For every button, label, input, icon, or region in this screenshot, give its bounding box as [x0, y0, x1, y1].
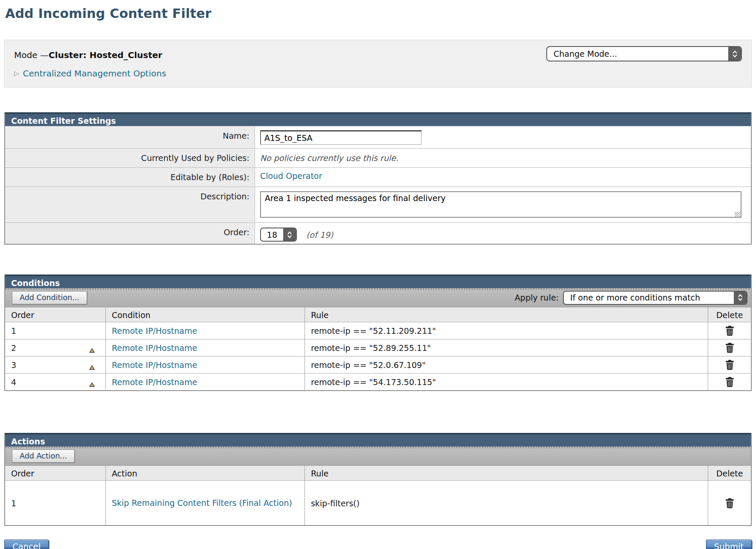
condition-order: 1 [11, 326, 16, 336]
conditions-section: Conditions Add Condition... Apply rule: … [4, 274, 752, 391]
trash-icon [725, 377, 735, 388]
action-rule: skip-filters() [305, 481, 709, 525]
condition-rule: remote-ip == "54.173.50.115" [305, 374, 709, 390]
description-textarea[interactable]: Area 1 inspected messages for final deli… [260, 191, 741, 218]
delete-condition-button[interactable] [725, 342, 735, 353]
col-delete: Delete [708, 466, 751, 480]
disclosure-triangle-icon[interactable]: ▷ [14, 70, 19, 77]
change-mode-select[interactable]: Change Mode... [546, 46, 742, 61]
submit-button[interactable]: Submit [706, 540, 752, 549]
description-label: Description: [5, 187, 255, 222]
col-condition: Condition [106, 307, 305, 322]
delete-condition-button[interactable] [725, 325, 735, 336]
trash-icon [725, 325, 735, 336]
centralized-management-options-link[interactable]: Centralized Management Options [23, 68, 167, 79]
mode-panel: Mode —Cluster: Hosted_Cluster Change Mod… [4, 40, 752, 88]
actions-section-header: Actions [5, 433, 751, 447]
condition-order: 2 [11, 343, 16, 353]
action-link[interactable]: Skip Remaining Content Filters (Final Ac… [112, 498, 292, 509]
delete-condition-button[interactable] [725, 359, 735, 371]
apply-rule-label: Apply rule: [515, 293, 559, 302]
trash-icon [725, 342, 735, 353]
name-label: Name: [5, 126, 255, 148]
move-up-icon[interactable] [89, 380, 95, 385]
col-order: Order [5, 466, 106, 480]
action-row: 1 Skip Remaining Content Filters (Final … [5, 480, 751, 525]
mode-label: Mode — [14, 50, 49, 60]
col-delete: Delete [708, 307, 751, 322]
select-stepper-icon [734, 292, 747, 304]
condition-rule: remote-ip == "52.0.67.109" [305, 356, 709, 373]
order-total: (of 19) [306, 230, 333, 239]
condition-link[interactable]: Remote IP/Hostname [112, 360, 197, 370]
settings-section-header: Content Filter Settings [5, 112, 751, 126]
actions-section: Actions Add Action... Order Action Rule … [4, 433, 752, 526]
policies-label: Currently Used by Policies: [5, 149, 255, 167]
condition-row: 4 Remote IP/Hostname remote-ip == "54.17… [5, 373, 751, 390]
move-up-icon[interactable] [89, 345, 95, 350]
policies-value: No policies currently use this rule. [260, 152, 399, 163]
col-action: Action [106, 466, 305, 480]
col-rule: Rule [305, 307, 709, 322]
mode-value: Cluster: Hosted_Cluster [49, 50, 162, 60]
delete-action-button[interactable] [725, 498, 735, 509]
condition-row: 2 Remote IP/Hostname remote-ip == "52.89… [5, 339, 751, 356]
conditions-header-row: Order Condition Rule Delete [5, 307, 751, 322]
actions-header-row: Order Action Rule Delete [5, 465, 751, 480]
col-rule: Rule [305, 466, 709, 480]
roles-label: Editable by (Roles): [5, 168, 255, 187]
delete-condition-button[interactable] [725, 377, 735, 388]
add-action-button[interactable]: Add Action... [12, 450, 75, 463]
conditions-section-header: Conditions [5, 274, 751, 288]
condition-link[interactable]: Remote IP/Hostname [112, 343, 197, 353]
condition-link[interactable]: Remote IP/Hostname [112, 326, 197, 336]
content-filter-settings-section: Content Filter Settings Name: Currently … [4, 112, 752, 245]
condition-rule: remote-ip == "52.89.255.11" [305, 339, 709, 356]
condition-row: 3 Remote IP/Hostname remote-ip == "52.0.… [5, 356, 751, 373]
name-input[interactable] [260, 130, 422, 145]
apply-rule-select[interactable]: If one or more conditions match [563, 291, 747, 305]
condition-link[interactable]: Remote IP/Hostname [112, 377, 197, 387]
order-label: Order: [5, 223, 255, 244]
mode-text: Mode —Cluster: Hosted_Cluster [14, 47, 162, 60]
action-order: 1 [11, 499, 16, 508]
page-title: Add Incoming Content Filter [5, 6, 752, 21]
condition-row: 1 Remote IP/Hostname remote-ip == "52.11… [5, 322, 751, 339]
trash-icon [725, 498, 735, 509]
order-select[interactable]: 18 [260, 228, 297, 242]
trash-icon [725, 359, 735, 371]
condition-order: 4 [11, 377, 16, 387]
condition-order: 3 [11, 360, 16, 370]
cloud-operator-link[interactable]: Cloud Operator [260, 171, 322, 181]
select-stepper-icon [728, 47, 741, 61]
condition-rule: remote-ip == "52.11.209.211" [305, 322, 709, 339]
select-stepper-icon [283, 228, 296, 241]
col-order: Order [5, 307, 106, 322]
move-up-icon[interactable] [89, 362, 95, 368]
add-condition-button[interactable]: Add Condition... [12, 291, 87, 304]
cancel-button[interactable]: Cancel [4, 540, 49, 549]
